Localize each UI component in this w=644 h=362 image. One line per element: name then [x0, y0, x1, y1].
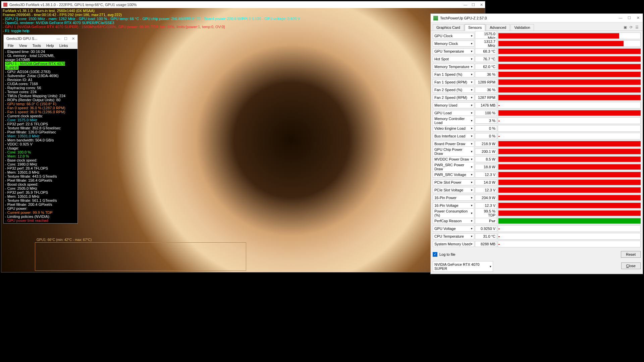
log-checkbox[interactable]: ✓	[433, 252, 437, 257]
screenshot-icon[interactable]: ▣	[624, 25, 627, 29]
sensor-label[interactable]: 16-Pin Voltage▾	[433, 202, 474, 208]
maximize-icon[interactable]: ☐	[472, 3, 475, 7]
sensor-label[interactable]: PWR_SRC Voltage▾	[433, 172, 474, 178]
reset-button[interactable]: Reset	[621, 251, 641, 258]
shark-line: - GPU: AD104 (10DE-2783)	[5, 70, 76, 74]
sensor-value: 218.9 W	[475, 141, 497, 147]
maximize-icon[interactable]: ☐	[63, 37, 69, 41]
tab-sensors[interactable]: Sensors	[465, 24, 485, 31]
sensor-label[interactable]: CPU Temperature▾	[433, 233, 474, 239]
chevron-down-icon: ▾	[490, 265, 491, 268]
menu-help[interactable]: Help	[44, 44, 57, 48]
sensor-label[interactable]: GPU Load▾	[433, 110, 474, 116]
sensor-label[interactable]: System Memory Used▾	[433, 241, 474, 247]
maximize-icon[interactable]: ☐	[627, 16, 631, 20]
sensor-label[interactable]: Bus Interface Load▾	[433, 133, 474, 139]
shark-line: - Base clock speed:	[5, 158, 76, 162]
chevron-down-icon: ▾	[471, 50, 473, 53]
sensor-row: Memory Temperature▾62.0 °C	[433, 63, 641, 70]
shark-line: - FP32 perf: 22.6 TFLOPS	[5, 122, 76, 126]
chevron-down-icon: ▾	[471, 142, 473, 145]
gpushark-menubar: File View Tools Help Links	[4, 42, 77, 49]
chevron-down-icon: ▾	[471, 212, 473, 215]
gpuz-tabstrip: Graphics Card Sensors Advanced Validatio…	[431, 22, 643, 31]
sensor-label[interactable]: PWR_SRC Power Draw▾	[433, 162, 474, 172]
shark-line: - GPU power limit reached	[5, 219, 76, 223]
sensor-bar	[498, 117, 641, 124]
sensor-label[interactable]: GPU Temperature▾	[433, 48, 474, 54]
chevron-down-icon: ▾	[471, 65, 473, 68]
sensor-label[interactable]: GPU Voltage▾	[433, 226, 474, 232]
sensor-label[interactable]: GPU Chip Power Draw▾	[433, 146, 474, 157]
chevron-down-icon: ▾	[471, 104, 473, 107]
sensor-label[interactable]: MVDDC Power Draw▾	[433, 156, 474, 162]
shark-line: - Elapsed time: 00:16:24	[5, 50, 76, 54]
shark-line: - Mem: 12.0 %	[5, 154, 76, 158]
menu-file[interactable]: File	[5, 44, 16, 48]
gpuz-titlebar[interactable]: TechPowerUp GPU-Z 2.57.0 — ☐ ✕	[431, 14, 643, 22]
sensor-row: Video Engine Load▾0 %	[433, 125, 641, 132]
close-icon[interactable]: ✕	[480, 3, 483, 7]
sensor-bar	[498, 140, 641, 147]
shark-line: - Subvendor: Zotac (19DA-4696)	[5, 74, 76, 78]
shark-line: - FP32 perf: 28.4 TFLOPS	[5, 166, 76, 170]
sensor-label[interactable]: PCIe Slot Power▾	[433, 179, 474, 185]
sensor-value: 1312.7 MHz	[475, 39, 497, 49]
menu-icon[interactable]: ☰	[635, 25, 639, 29]
sensor-bar	[498, 156, 641, 163]
menu-tools[interactable]: Tools	[30, 44, 44, 48]
menu-view[interactable]: View	[16, 44, 30, 48]
sensor-label[interactable]: Memory Temperature▾	[433, 64, 474, 70]
close-icon[interactable]: ✕	[636, 16, 640, 20]
tab-graphics-card[interactable]: Graphics Card	[433, 24, 464, 31]
sensor-label[interactable]: Memory Used▾	[433, 102, 474, 108]
log-label: Log to file	[439, 252, 455, 256]
sensor-label[interactable]: Fan 1 Speed (%)▾	[433, 71, 474, 77]
minimize-icon[interactable]: —	[464, 3, 467, 7]
chevron-down-icon: ▾	[471, 127, 473, 130]
tab-advanced[interactable]: Advanced	[486, 24, 510, 31]
sensor-label[interactable]: Fan 1 Speed (RPM)▾	[433, 79, 474, 85]
shark-line: - Mem: 10501.0 MHz	[5, 194, 76, 198]
sensor-label[interactable]: Video Engine Load▾	[433, 125, 474, 131]
furmark-titlebar[interactable]: Geeks3D FurMark v1.38.1.0 - 222FPS, GPU1…	[1, 1, 485, 8]
chevron-down-icon: ▾	[471, 73, 473, 76]
gpushark-titlebar[interactable]: Geeks3D GPU S... — ☐ ✕	[4, 35, 77, 42]
sensor-label[interactable]: Board Power Draw▾	[433, 141, 474, 147]
sensor-label[interactable]: Hot Spot▾	[433, 56, 474, 62]
sensor-bar	[498, 225, 641, 232]
minimize-icon[interactable]: —	[55, 37, 61, 41]
sensor-bar	[498, 187, 641, 193]
sensor-label[interactable]: Power Consumption (%)▾	[433, 208, 474, 218]
sensor-row: Fan 1 Speed (RPM)▾1289 RPM	[433, 78, 641, 86]
close-button[interactable]: CCloselose	[621, 262, 641, 269]
tab-validation[interactable]: Validation	[511, 24, 534, 31]
sensor-label[interactable]: 16-Pin Power▾	[433, 195, 474, 201]
sensor-value: 76.7 °C	[475, 56, 497, 62]
minimize-icon[interactable]: —	[619, 16, 623, 20]
shark-line: - Raytracing cores: 56	[5, 86, 76, 90]
sensor-bar	[498, 63, 641, 70]
gpu-select[interactable]: NVIDIA GeForce RTX 4070 SUPER ▾	[433, 261, 493, 272]
sensor-row: GPU Voltage▾0.9250 V	[433, 225, 641, 232]
sensor-label[interactable]: GPU Clock▾	[433, 33, 474, 39]
chevron-down-icon: ▾	[471, 119, 473, 122]
sensor-label[interactable]: PCIe Slot Voltage▾	[433, 187, 474, 193]
menu-links[interactable]: Links	[57, 44, 71, 48]
refresh-icon[interactable]: ⟳	[630, 25, 633, 29]
sensor-label[interactable]: Fan 2 Speed (%)▾	[433, 87, 474, 93]
shark-line: - Mem: 10501.0 MHz	[5, 134, 76, 138]
sensor-label[interactable]: Fan 2 Speed (RPM)▾	[433, 95, 474, 101]
sensor-row: GPU Chip Power Draw▾200.1 W	[433, 148, 641, 155]
shark-line: - CUDA cores: 7168	[5, 82, 76, 86]
shark-line: - Limiting policies (NVIDIA):	[5, 215, 76, 219]
shark-line: - Current power: 99.9 % TDP	[5, 210, 76, 215]
sensor-label[interactable]: Memory Clock▾	[433, 41, 474, 47]
sensor-bar	[498, 94, 641, 101]
shark-line: - Current clock speeds:	[5, 114, 76, 118]
sensor-label[interactable]: PerfCap Reason▾	[433, 218, 474, 224]
close-icon[interactable]: ✕	[70, 37, 76, 41]
furmark-icon	[3, 3, 7, 7]
sensor-label[interactable]: Memory Controller Load▾	[433, 116, 474, 126]
sensor-bar	[498, 40, 641, 47]
